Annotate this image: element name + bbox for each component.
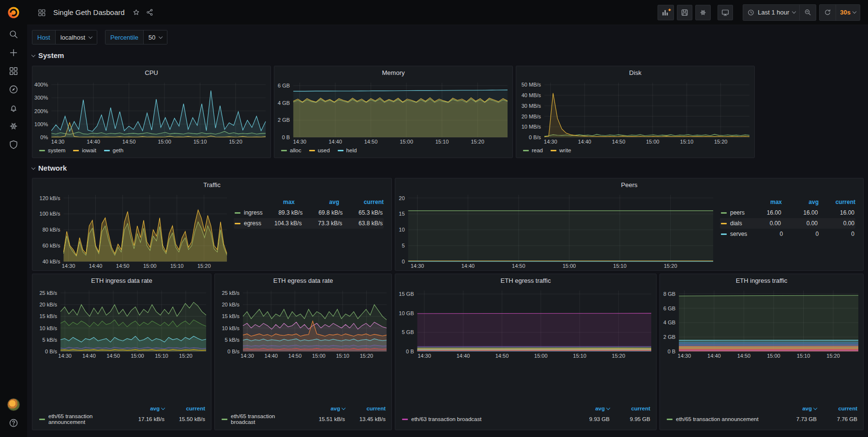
user-avatar[interactable] (0, 395, 27, 414)
plus-icon[interactable] (0, 44, 27, 62)
legend-item[interactable]: eth/65 transaction broadcast (222, 413, 299, 425)
add-panel-icon[interactable] (658, 5, 674, 20)
svg-text:15: 15 (399, 211, 404, 217)
eth-egress-traffic-chart[interactable]: 15 GB10 GB5 GB0 B14:3014:4014:5015:0015:… (395, 287, 656, 360)
legend-header-current[interactable]: current (339, 199, 384, 205)
svg-text:10 GB: 10 GB (399, 310, 414, 316)
legend-item[interactable]: write (551, 147, 571, 153)
legend-header-current[interactable]: current (165, 406, 205, 411)
memory-legend: alloc used held (274, 146, 512, 158)
legend-item[interactable]: geth (104, 147, 123, 153)
legend-label: ingress (244, 209, 263, 216)
svg-text:80 kB/s: 80 kB/s (43, 227, 60, 233)
svg-text:0 B/s: 0 B/s (529, 134, 541, 140)
refresh-icon[interactable] (820, 5, 836, 20)
legend-header-current[interactable]: current (819, 199, 855, 205)
legend-header-current[interactable]: current (345, 406, 386, 411)
svg-text:10 MB/s: 10 MB/s (522, 124, 541, 130)
legend-item[interactable]: eth/65 transaction announcement (39, 413, 118, 425)
save-dashboard-icon[interactable] (677, 5, 692, 20)
legend-header-avg[interactable]: avg (782, 199, 819, 205)
svg-text:14:30: 14:30 (411, 263, 424, 269)
panel-title[interactable]: Memory (274, 66, 512, 79)
series-swatch (222, 419, 227, 420)
legend-item[interactable]: egress (235, 220, 261, 227)
zoom-out-icon[interactable] (799, 5, 816, 20)
panel-title[interactable]: Traffic (32, 178, 391, 191)
legend-header-max[interactable]: max (745, 199, 782, 205)
dashboards-icon[interactable] (0, 62, 27, 80)
refresh-interval-picker[interactable]: 30s (836, 5, 860, 20)
legend-item[interactable]: held (338, 147, 357, 153)
svg-text:4 GB: 4 GB (278, 100, 290, 106)
legend-current-value: 9.95 GB (610, 416, 650, 422)
legend-item[interactable]: dials (721, 220, 744, 227)
panel-title[interactable]: ETH egress traffic (395, 274, 656, 287)
percentile-select[interactable]: 50 (144, 30, 167, 44)
svg-text:14:40: 14:40 (329, 139, 342, 145)
series-swatch (721, 233, 727, 235)
legend-item[interactable]: iowait (73, 147, 96, 153)
legend-item[interactable]: system (39, 147, 65, 153)
legend-item[interactable]: peers (721, 209, 745, 216)
share-icon[interactable] (143, 6, 157, 19)
section-network[interactable]: Network (32, 164, 67, 172)
cpu-chart[interactable]: 400%300%200%100%0%14:3014:4014:5015:0015… (32, 79, 270, 146)
peers-chart[interactable]: 2015105014:3014:4014:5015:0015:1015:20 (395, 191, 718, 270)
dashboard-settings-icon[interactable] (695, 5, 711, 20)
legend-header-avg[interactable]: avg (299, 406, 345, 411)
explore-compass-icon[interactable] (0, 80, 27, 99)
legend-header-avg[interactable]: avg (295, 199, 339, 205)
legend-row: serves 0 0 0 (720, 229, 855, 239)
legend-label: eth/65 transaction announcement (48, 413, 118, 425)
legend-max-value: 104.3 kB/s (261, 220, 302, 227)
legend-current-value: 63.8 kB/s (342, 220, 383, 227)
grafana-logo[interactable] (0, 0, 27, 25)
svg-text:0 B: 0 B (668, 349, 676, 354)
panel-title[interactable]: ETH egress data rate (215, 274, 391, 287)
legend-item[interactable]: eth/65 transaction announcement (667, 416, 770, 422)
panel-title[interactable]: ETH ingress traffic (660, 274, 863, 287)
time-range-label: Last 1 hour (758, 9, 789, 16)
panel-title[interactable]: Peers (395, 178, 863, 191)
legend-item[interactable]: eth/63 transaction broadcast (402, 416, 563, 422)
eth-egress-data-rate-chart[interactable]: 25 kB/s20 kB/s15 kB/s10 kB/s5 kB/s0 B/s1… (215, 287, 391, 360)
chevron-down-icon (31, 165, 35, 169)
dashboard-grid-icon (35, 6, 48, 19)
eth-ingress-traffic-chart[interactable]: 8 GB6 GB4 GB2 GB0 B14:3014:4014:5015:001… (660, 287, 863, 360)
panel-title[interactable]: Disk (516, 66, 754, 79)
section-network-label: Network (38, 164, 67, 172)
legend-header-max[interactable]: max (250, 199, 295, 205)
alerting-bell-icon[interactable] (0, 99, 27, 117)
memory-chart[interactable]: 6 GB4 GB2 GB0 B14:3014:4014:5015:0015:10… (274, 79, 512, 146)
traffic-chart[interactable]: 120 kB/s100 kB/s80 kB/s60 kB/s40 kB/s14:… (32, 191, 232, 270)
section-system[interactable]: System (32, 51, 64, 59)
panel-title[interactable]: CPU (32, 66, 270, 79)
configuration-gear-icon[interactable] (0, 117, 27, 135)
legend-item[interactable]: alloc (281, 147, 301, 153)
legend-item[interactable]: read (523, 147, 543, 153)
time-range-picker[interactable]: Last 1 hour (743, 5, 799, 20)
panel-title[interactable]: ETH ingress data rate (32, 274, 211, 287)
cycle-view-mode-icon[interactable] (718, 5, 733, 20)
legend-header-avg[interactable]: avg (563, 406, 610, 411)
legend-header-avg[interactable]: avg (118, 406, 165, 411)
help-icon[interactable] (0, 414, 27, 432)
svg-text:6 GB: 6 GB (278, 83, 290, 88)
legend-label: read (532, 147, 543, 153)
legend-header-current[interactable]: current (817, 406, 857, 411)
legend-item[interactable]: ingress (235, 209, 263, 216)
svg-text:15 kB/s: 15 kB/s (39, 313, 57, 319)
legend-header-current[interactable]: current (610, 406, 650, 411)
eth-ingress-data-rate-chart[interactable]: 25 kB/s20 kB/s15 kB/s10 kB/s5 kB/s0 B/s1… (32, 287, 211, 360)
legend-item[interactable]: used (309, 147, 330, 153)
legend-header-avg[interactable]: avg (770, 406, 817, 411)
disk-chart[interactable]: 50 MB/s40 MB/s30 MB/s20 MB/s10 MB/s0 B/s… (516, 79, 754, 146)
host-select[interactable]: localhost (56, 30, 97, 44)
legend-item[interactable]: serves (721, 231, 747, 237)
star-icon[interactable] (130, 6, 143, 19)
search-icon[interactable] (0, 25, 27, 44)
legend-label: peers (730, 209, 745, 216)
svg-text:14:30: 14:30 (58, 353, 72, 359)
server-admin-shield-icon[interactable] (0, 135, 27, 154)
